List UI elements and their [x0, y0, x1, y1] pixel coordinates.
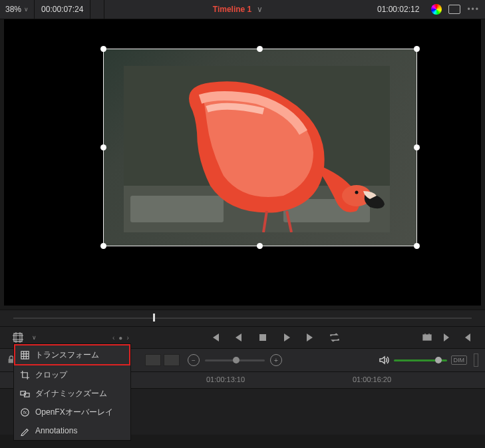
menu-item-openfx[interactable]: fx OpenFXオーバーレイ [14, 403, 130, 421]
openfx-icon: fx [19, 407, 30, 417]
menu-label-dynamic-zoom: ダイナミックズーム [35, 388, 107, 399]
scrub-track[interactable] [13, 318, 472, 319]
monitor-icon[interactable] [448, 5, 460, 14]
ruler-label-2: 01:00:16:20 [353, 375, 391, 383]
last-frame-button[interactable] [305, 332, 317, 343]
zoom-out-button[interactable]: − [188, 354, 200, 366]
view-thumb-2[interactable] [164, 354, 180, 366]
dim-button[interactable]: DIM [451, 355, 468, 365]
timeline-title[interactable]: Timeline 1 ∨ [104, 5, 371, 14]
play-button[interactable] [281, 332, 293, 343]
nav-dot[interactable]: ● [118, 334, 122, 341]
stop-button[interactable] [257, 332, 269, 343]
zoom-value: 38% [5, 5, 21, 14]
menu-item-dynamic-zoom[interactable]: ダイナミックズーム [14, 384, 130, 403]
svg-rect-13 [259, 334, 266, 341]
menu-label-openfx: OpenFXオーバーレイ [35, 407, 113, 418]
color-wheel-icon[interactable] [431, 4, 442, 15]
svg-rect-15 [21, 351, 28, 358]
audio-meter [474, 353, 478, 367]
menu-label-transform: トランスフォーム [35, 349, 99, 361]
annotations-icon [19, 426, 30, 436]
top-right-icons: ••• [426, 4, 485, 15]
zoom-dropdown[interactable]: 38% ∨ [0, 5, 34, 14]
svg-text:fx: fx [23, 410, 27, 415]
nav-next[interactable]: › [126, 334, 128, 341]
chevron-down-icon: ∨ [24, 6, 29, 13]
menu-item-transform[interactable]: トランスフォーム [14, 344, 130, 365]
match-frame-button[interactable] [421, 332, 433, 343]
speaker-icon[interactable] [378, 354, 390, 366]
volume-control: DIM [378, 353, 479, 367]
source-timecode[interactable]: 00:00:07:24 [34, 0, 90, 19]
transform-mode-chevron-icon[interactable]: ∨ [32, 334, 37, 341]
nav-prev[interactable]: ‹ [112, 334, 114, 341]
clip-frame[interactable] [104, 49, 416, 246]
handle-mid-left[interactable] [100, 144, 106, 150]
svg-rect-8 [14, 334, 22, 341]
empty-tab[interactable] [90, 0, 104, 19]
more-icon[interactable]: ••• [467, 5, 480, 14]
transform-icon [19, 350, 30, 360]
view-mode-thumbs[interactable] [145, 354, 180, 366]
transform-bounding-box[interactable] [103, 49, 417, 246]
timeline-title-label: Timeline 1 [213, 5, 251, 14]
dynamic-zoom-icon [19, 389, 30, 399]
volume-slider-knob[interactable] [435, 357, 442, 363]
volume-slider-track[interactable] [394, 359, 447, 361]
crop-icon [19, 370, 30, 380]
nav-markers: ‹ ● › [112, 334, 129, 341]
timeline-zoom: − + [188, 354, 282, 366]
chevron-down-icon: ∨ [257, 5, 263, 14]
menu-label-crop: クロップ [35, 369, 67, 381]
handle-mid-right[interactable] [414, 144, 420, 150]
handle-top-mid[interactable] [257, 46, 263, 52]
prev-clip-button[interactable] [461, 332, 473, 343]
next-clip-button[interactable] [441, 332, 453, 343]
playhead[interactable] [153, 314, 155, 322]
svg-rect-14 [423, 335, 431, 340]
scrubber[interactable] [0, 310, 485, 327]
top-bar: 38% ∨ 00:00:07:24 Timeline 1 ∨ 01:00:02:… [0, 0, 485, 19]
handle-bottom-right[interactable] [414, 243, 420, 249]
handle-bottom-mid[interactable] [257, 243, 263, 249]
overlay-mode-menu: トランスフォーム クロップ ダイナミックズーム fx OpenFXオーバーレイ … [13, 343, 131, 441]
viewer[interactable] [4, 19, 481, 306]
record-timecode[interactable]: 01:00:02:12 [371, 5, 426, 14]
menu-item-crop[interactable]: クロップ [14, 365, 130, 384]
zoom-slider-track[interactable] [205, 359, 265, 361]
handle-bottom-left[interactable] [100, 243, 106, 249]
menu-label-annotations: Annotations [35, 426, 77, 435]
first-frame-button[interactable] [209, 332, 221, 343]
ruler-label-1: 01:00:13:10 [206, 375, 245, 383]
menu-item-annotations[interactable]: Annotations [14, 421, 130, 440]
loop-button[interactable] [329, 332, 341, 343]
handle-top-right[interactable] [414, 46, 420, 52]
play-reverse-button[interactable] [233, 332, 245, 343]
transform-mode-button[interactable] [12, 332, 24, 343]
view-thumb-1[interactable] [145, 354, 161, 366]
zoom-slider-knob[interactable] [233, 357, 240, 363]
handle-top-left[interactable] [100, 46, 106, 52]
playback-controls [209, 332, 341, 343]
zoom-in-button[interactable]: + [270, 354, 282, 366]
